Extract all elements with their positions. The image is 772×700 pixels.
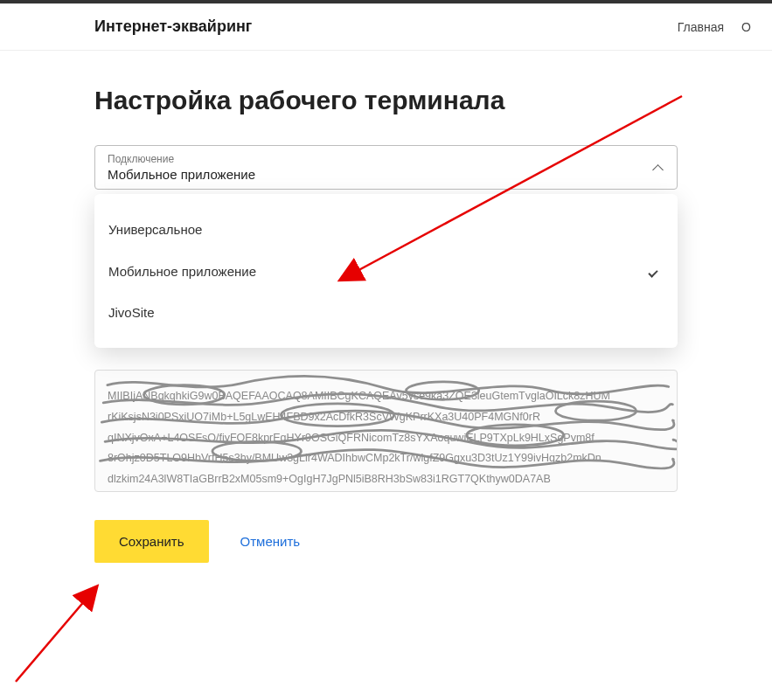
brand-title: Интернет-эквайринг [94, 17, 252, 36]
dropdown-option-label: Мобильное приложение [108, 264, 256, 279]
svg-line-7 [16, 587, 96, 682]
chevron-up-icon [652, 163, 663, 173]
page-title: Настройка рабочего терминала [94, 86, 678, 115]
connection-dropdown: Универсальное Мобильное приложение JivoS… [94, 194, 678, 348]
connection-select[interactable]: Подключение Мобильное приложение [94, 145, 678, 190]
key-line: qINXjvOxA+L4OSFsO/fiyFOF8kprEgHYr9OSGiQF… [108, 428, 664, 449]
connection-select-label: Подключение [108, 153, 255, 165]
connection-select-value: Мобильное приложение [108, 167, 255, 182]
key-line: 8rOhjz0D5TLO9HbVrfH5s3hy/BMUw3gLir4WADIh… [108, 448, 664, 469]
cancel-button[interactable]: Отменить [240, 534, 301, 549]
nav-trailing[interactable]: О [741, 20, 751, 34]
top-bar: Интернет-эквайринг Главная О [0, 3, 772, 51]
dropdown-option-label: JivoSite [108, 305, 155, 320]
dropdown-option[interactable]: JivoSite [94, 295, 678, 330]
dropdown-option-label: Универсальное [108, 222, 202, 237]
dropdown-option[interactable]: Универсальное [94, 211, 678, 247]
key-line: rKiKsjsN3i0PSxiUO7iMb+L5gLwEH4FBD9x2AcDf… [108, 407, 664, 428]
save-button[interactable]: Сохранить [94, 520, 209, 563]
check-icon [648, 263, 664, 279]
public-key-box[interactable]: MIIBIjANBgkqhkiG9w0BAQEFAAOCAQ8AMIIBCgKC… [94, 370, 678, 492]
key-line: dlzkim24A3lW8TIaGBrrB2xM05sm9+OgIgH7JgPN… [108, 469, 664, 490]
dropdown-option[interactable]: Мобильное приложение [94, 253, 678, 289]
key-line: MIIBIjANBgkqhkiG9w0BAQEFAAOCAQ8AMIIBCgKC… [108, 386, 664, 407]
nav-home[interactable]: Главная [678, 20, 724, 34]
